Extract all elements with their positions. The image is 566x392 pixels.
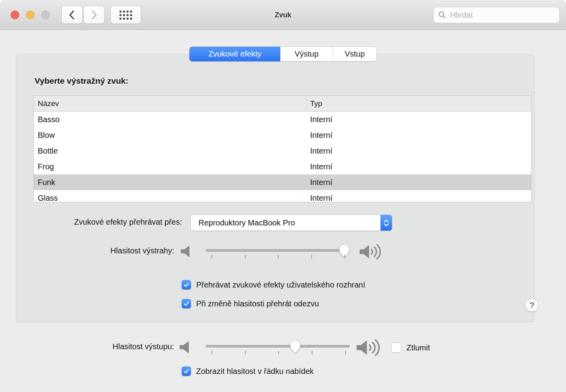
search-icon bbox=[438, 11, 446, 19]
help-button[interactable]: ? bbox=[525, 299, 538, 312]
tab-bar: Zvukové efekty Výstup Vstup bbox=[189, 47, 377, 61]
sound-name: Blow bbox=[38, 127, 55, 143]
popup-stepper-icon bbox=[380, 215, 392, 231]
volume-feedback-checkbox[interactable] bbox=[182, 299, 191, 308]
speaker-high-icon bbox=[356, 338, 383, 357]
alert-volume-ticks bbox=[211, 255, 345, 258]
checkbox-row-menubar-volume: Zobrazit hlasitost v řádku nabídek bbox=[182, 366, 314, 376]
check-icon bbox=[182, 367, 190, 375]
sound-type: Interní bbox=[310, 190, 333, 202]
zoom-button bbox=[41, 11, 50, 19]
table-row-selected[interactable]: Funk Interní bbox=[34, 174, 531, 190]
question-mark-icon: ? bbox=[529, 300, 534, 310]
popup-selected-value: Reproduktory MacBook Pro bbox=[198, 215, 295, 231]
close-button[interactable] bbox=[11, 11, 19, 19]
table-header: Název Typ bbox=[34, 96, 531, 112]
grid-icon bbox=[119, 11, 132, 20]
title-bar: Zvuk bbox=[0, 0, 566, 30]
volume-feedback-label: Při změně hlasitosti přehrát odezvu bbox=[196, 299, 319, 308]
sound-type: Interní bbox=[310, 174, 333, 190]
table-row[interactable]: Bottle Interní bbox=[34, 143, 531, 159]
output-volume-label: Hlasitost výstupu: bbox=[33, 342, 174, 351]
alert-volume-slider[interactable] bbox=[206, 249, 346, 252]
check-icon bbox=[182, 300, 190, 308]
tab-input[interactable]: Vstup bbox=[333, 47, 377, 61]
show-all-button[interactable] bbox=[111, 6, 141, 24]
sound-name: Frog bbox=[38, 159, 54, 174]
sound-type: Interní bbox=[310, 112, 333, 127]
minimize-button[interactable] bbox=[26, 11, 35, 19]
ui-effects-label: Přehrávat zvukové efekty uživatelského r… bbox=[196, 280, 365, 289]
speaker-low-icon bbox=[179, 340, 193, 354]
alert-sound-heading: Vyberte výstražný zvuk: bbox=[35, 76, 129, 86]
checkbox-row-mute: Ztlumit bbox=[391, 343, 430, 353]
ui-effects-checkbox[interactable] bbox=[182, 280, 191, 289]
forward-button[interactable] bbox=[84, 6, 104, 24]
sound-type: Interní bbox=[310, 127, 333, 143]
chevron-right-icon bbox=[90, 10, 97, 20]
mute-checkbox[interactable] bbox=[391, 343, 401, 353]
table-row[interactable]: Frog Interní bbox=[34, 159, 531, 174]
output-volume-slider[interactable] bbox=[206, 345, 350, 348]
column-header-name: Název bbox=[38, 96, 59, 112]
tab-output[interactable]: Výstup bbox=[280, 47, 333, 61]
mute-label: Ztlumit bbox=[406, 343, 430, 352]
play-through-label: Zvukové efekty přehrávat přes: bbox=[33, 218, 182, 227]
search-field[interactable] bbox=[433, 7, 560, 23]
chevron-left-icon bbox=[68, 10, 75, 20]
sound-preferences-window: Zvuk bbox=[0, 0, 566, 392]
play-through-popup[interactable]: Reproduktory MacBook Pro bbox=[191, 215, 392, 231]
menubar-volume-checkbox[interactable] bbox=[182, 366, 191, 376]
sound-type: Interní bbox=[310, 159, 333, 174]
checkbox-row-volume-feedback: Při změně hlasitosti přehrát odezvu bbox=[182, 299, 319, 308]
sound-name: Funk bbox=[38, 174, 55, 190]
sound-name: Glass bbox=[38, 190, 58, 202]
speaker-high-icon bbox=[359, 243, 384, 260]
table-row[interactable]: Blow Interní bbox=[34, 127, 531, 143]
output-volume-ticks bbox=[211, 351, 346, 354]
table-row[interactable]: Glass Interní bbox=[34, 190, 531, 202]
alert-volume-label: Hlasitost výstrahy: bbox=[33, 246, 174, 255]
speaker-low-icon bbox=[180, 245, 193, 258]
column-divider bbox=[307, 98, 307, 109]
table-row[interactable]: Basso Interní bbox=[34, 112, 531, 127]
sound-name: Basso bbox=[38, 112, 60, 127]
check-icon bbox=[182, 281, 190, 289]
checkbox-row-ui-effects: Přehrávat zvukové efekty uživatelského r… bbox=[182, 280, 365, 289]
menubar-volume-label: Zobrazit hlasitost v řádku nabídek bbox=[196, 367, 314, 376]
sound-name: Bottle bbox=[38, 143, 58, 159]
sound-type: Interní bbox=[310, 143, 333, 159]
column-header-type: Typ bbox=[310, 96, 322, 112]
back-button[interactable] bbox=[62, 6, 82, 24]
tab-sound-effects[interactable]: Zvukové efekty bbox=[189, 47, 280, 61]
alert-sound-table: Název Typ Basso Interní Blow Interní Bot… bbox=[33, 95, 531, 202]
search-input[interactable] bbox=[449, 10, 555, 20]
